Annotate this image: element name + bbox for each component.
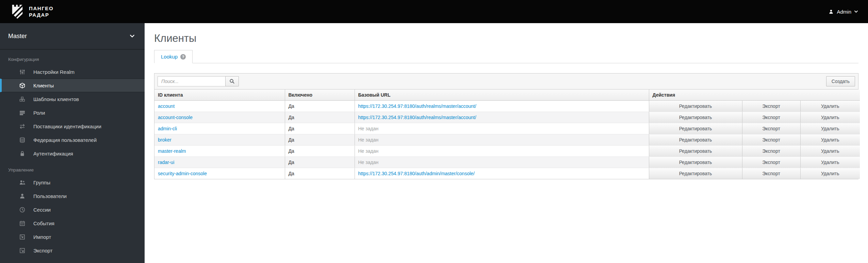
sidebar-item-clock[interactable]: Сессии (0, 203, 145, 216)
help-icon[interactable]: ? (180, 54, 186, 60)
lock-icon (19, 151, 26, 157)
delete-button[interactable]: Удалить (801, 146, 860, 157)
table-row: radar-ui Да Не задан Редактировать Экспо… (154, 157, 860, 168)
topbar: ПАНГЕО РАДАР Admin (0, 0, 868, 23)
search-icon (229, 79, 235, 84)
client-base-url-link[interactable]: https://172.30.254.97:8180/auth/realms/m… (358, 115, 476, 120)
delete-button[interactable]: Удалить (801, 101, 860, 112)
export-button[interactable]: Экспорт (742, 168, 800, 179)
delete-button[interactable]: Удалить (801, 134, 860, 145)
edit-button[interactable]: Редактировать (649, 123, 742, 134)
chevron-down-icon (854, 11, 858, 13)
delete-button[interactable]: Удалить (801, 168, 860, 179)
table-row: admin-cli Да Не задан Редактировать Эксп… (154, 123, 860, 134)
create-button[interactable]: Создать (826, 76, 855, 86)
page-title: Клиенты (154, 32, 858, 45)
client-id-link[interactable]: account-console (158, 115, 193, 120)
sidebar-item-exchange[interactable]: Поставщики идентификации (0, 119, 145, 133)
export-button[interactable]: Экспорт (742, 157, 800, 168)
delete-button[interactable]: Удалить (801, 157, 860, 168)
column-header-actions: Действия (649, 89, 860, 101)
export-button[interactable]: Экспорт (742, 134, 800, 145)
client-base-url-link[interactable]: https://172.30.254.97:8180/auth/admin/ma… (358, 171, 475, 176)
client-enabled-value: Да (285, 146, 355, 157)
sidebar-item-label: Поставщики идентификации (33, 124, 101, 129)
client-enabled-value: Да (285, 101, 355, 112)
client-base-url-link[interactable]: https://172.30.254.97:8180/auth/realms/m… (358, 103, 476, 109)
client-enabled-value: Да (285, 134, 355, 146)
user-menu[interactable]: Admin (829, 9, 858, 15)
export-button[interactable]: Экспорт (742, 112, 800, 123)
sliders-icon (19, 69, 26, 75)
search-button[interactable] (225, 76, 239, 86)
client-id-link[interactable]: account (158, 103, 175, 109)
brand-name: ПАНГЕО РАДАР (29, 5, 53, 18)
sidebar-item-label: Шаблоны клиентов (33, 96, 79, 102)
sidebar-item-sliders[interactable]: Настройки Realm (0, 65, 145, 79)
client-base-url-empty: Не задан (358, 160, 379, 165)
sidebar-item-user[interactable]: Пользователи (0, 189, 145, 203)
sidebar-item-database[interactable]: Федерация пользователей (0, 133, 145, 147)
client-enabled-value: Да (285, 112, 355, 123)
edit-button[interactable]: Редактировать (649, 112, 742, 123)
search-input[interactable] (158, 76, 226, 86)
sidebar-item-roles[interactable]: Роли (0, 106, 145, 119)
clients-table: ID клиента Включено Базовый URL Действия… (154, 89, 860, 179)
tab-lookup-label: Lookup (161, 54, 178, 60)
tab-lookup[interactable]: Lookup ? (154, 50, 193, 63)
sidebar-item-export[interactable]: Экспорт (0, 244, 145, 257)
client-base-url-empty: Не задан (358, 137, 379, 143)
sidebar-item-label: Клиенты (33, 83, 54, 88)
user-menu-label: Admin (837, 9, 851, 15)
sidebar-section-label: Конфигурация (0, 50, 145, 65)
sidebar-item-label: Импорт (33, 234, 51, 240)
sidebar-item-label: Группы (33, 180, 50, 185)
edit-button[interactable]: Редактировать (649, 101, 742, 112)
table-row: master-realm Да Не задан Редактировать Э… (154, 146, 860, 157)
delete-button[interactable]: Удалить (801, 123, 860, 134)
cube-icon (19, 83, 26, 88)
realm-selector[interactable]: Master (0, 23, 145, 50)
client-enabled-value: Да (285, 168, 355, 179)
client-id-link[interactable]: security-admin-console (158, 171, 207, 176)
main-content: Клиенты Lookup ? Создать ID клиента Вклю (145, 23, 868, 263)
export-button[interactable]: Экспорт (742, 146, 800, 157)
client-enabled-value: Да (285, 123, 355, 134)
sidebar-section-label: Управление (0, 160, 145, 176)
export-button[interactable]: Экспорт (742, 101, 800, 112)
clock-icon (19, 207, 26, 213)
tab-bar: Lookup ? (154, 50, 858, 63)
client-id-link[interactable]: master-realm (158, 148, 186, 154)
sidebar-item-groups[interactable]: Группы (0, 176, 145, 189)
export-button[interactable]: Экспорт (742, 123, 800, 134)
client-id-link[interactable]: admin-cli (158, 126, 177, 131)
user-icon (19, 193, 26, 199)
clients-table-container: Создать ID клиента Включено Базовый URL … (154, 73, 858, 179)
groups-icon (19, 180, 26, 185)
database-icon (19, 137, 26, 143)
edit-button[interactable]: Редактировать (649, 157, 742, 168)
calendar-icon (19, 220, 26, 226)
sidebar-item-label: Федерация пользователей (33, 137, 97, 143)
edit-button[interactable]: Редактировать (649, 146, 742, 157)
edit-button[interactable]: Редактировать (649, 168, 742, 179)
sidebar-item-cubes[interactable]: Шаблоны клиентов (0, 92, 145, 106)
client-id-link[interactable]: radar-ui (158, 160, 174, 165)
export-icon (19, 248, 26, 253)
column-header-client-id: ID клиента (154, 89, 285, 101)
delete-button[interactable]: Удалить (801, 112, 860, 123)
sidebar-item-label: Пользователи (33, 193, 67, 199)
brand-logo: ПАНГЕО РАДАР (10, 4, 53, 19)
sidebar-item-cube[interactable]: Клиенты (0, 79, 145, 92)
sidebar-item-lock[interactable]: Аутентификация (0, 147, 145, 160)
edit-button[interactable]: Редактировать (649, 134, 742, 145)
sidebar-item-import[interactable]: Импорт (0, 230, 145, 244)
client-base-url-empty: Не задан (358, 148, 379, 154)
realm-name: Master (8, 33, 27, 40)
sidebar-item-calendar[interactable]: События (0, 216, 145, 230)
cubes-icon (19, 96, 26, 102)
sidebar-item-label: Настройки Realm (33, 69, 75, 75)
sidebar-item-label: Роли (33, 110, 45, 116)
client-id-link[interactable]: broker (158, 137, 171, 143)
brand-shield-icon (10, 4, 24, 19)
